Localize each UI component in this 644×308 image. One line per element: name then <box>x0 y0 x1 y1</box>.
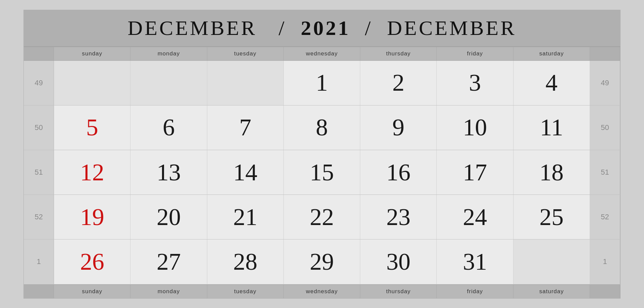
week-number-right-5: 1 <box>590 239 620 284</box>
title-sep-right: / <box>365 16 373 39</box>
header-week-spacer-left <box>24 47 54 60</box>
calendar-row-1: 49123449 <box>24 61 620 105</box>
day-cell-5-6[interactable]: 31 <box>437 239 513 284</box>
calendar-header: DECEMBER / 2021 / DECEMBER <box>24 10 620 47</box>
header-sunday: sunday <box>54 47 130 60</box>
header-week-spacer-right <box>590 47 620 60</box>
week-number-right-2: 50 <box>590 105 620 150</box>
week-number-left-2: 50 <box>24 105 54 150</box>
day-cell-1-6[interactable]: 3 <box>437 61 513 105</box>
footer-friday: friday <box>437 285 513 298</box>
day-cell-3-2[interactable]: 13 <box>130 150 207 194</box>
header-monday: monday <box>130 47 207 60</box>
day-cell-4-6[interactable]: 24 <box>437 195 513 239</box>
calendar-body: sunday monday tuesday wednesday thursday… <box>24 47 620 298</box>
footer-week-spacer-left <box>24 285 54 298</box>
day-cell-2-4[interactable]: 8 <box>284 105 360 150</box>
day-cell-2-1[interactable]: 5 <box>54 105 130 150</box>
day-cell-5-5[interactable]: 30 <box>360 239 437 284</box>
day-cell-4-1[interactable]: 19 <box>54 195 130 239</box>
header-wednesday: wednesday <box>284 47 360 60</box>
footer-tuesday: tuesday <box>207 285 284 298</box>
header-saturday: saturday <box>514 47 590 60</box>
day-cell-5-3[interactable]: 28 <box>207 239 284 284</box>
day-cell-4-7[interactable]: 25 <box>514 195 590 239</box>
day-cell-3-7[interactable]: 18 <box>514 150 590 194</box>
footer-sunday: sunday <box>54 285 130 298</box>
header-thursday: thursday <box>360 47 437 60</box>
day-cell-1-7[interactable]: 4 <box>514 61 590 105</box>
day-cell-4-2[interactable]: 20 <box>130 195 207 239</box>
footer-wednesday: wednesday <box>284 285 360 298</box>
day-cell-4-5[interactable]: 23 <box>360 195 437 239</box>
day-cell-5-4[interactable]: 29 <box>284 239 360 284</box>
day-cell-4-3[interactable]: 21 <box>207 195 284 239</box>
footer-monday: monday <box>130 285 207 298</box>
day-cell-3-5[interactable]: 16 <box>360 150 437 194</box>
day-cell-1-2[interactable] <box>130 61 207 105</box>
day-cell-1-3[interactable] <box>207 61 284 105</box>
title-month-left: DECEMBER <box>127 16 257 39</box>
day-cell-5-7[interactable] <box>514 239 590 284</box>
footer-week-spacer-right <box>590 285 620 298</box>
day-cell-5-1[interactable]: 26 <box>54 239 130 284</box>
calendar-row-4: 521920212223242552 <box>24 195 620 239</box>
day-cell-3-4[interactable]: 15 <box>284 150 360 194</box>
week-number-left-1: 49 <box>24 61 54 105</box>
day-cell-2-2[interactable]: 6 <box>130 105 207 150</box>
calendar-grid: 4912344950567891011505112131415161718515… <box>24 61 620 284</box>
week-number-right-4: 52 <box>590 195 620 239</box>
day-cell-2-6[interactable]: 10 <box>437 105 513 150</box>
header-tuesday: tuesday <box>207 47 284 60</box>
day-cell-2-3[interactable]: 7 <box>207 105 284 150</box>
days-footer: sunday monday tuesday wednesday thursday… <box>24 284 620 298</box>
calendar: DECEMBER / 2021 / DECEMBER sunday monday… <box>23 10 621 299</box>
week-number-right-1: 49 <box>590 61 620 105</box>
calendar-title: DECEMBER / 2021 / DECEMBER <box>127 16 516 40</box>
day-cell-2-7[interactable]: 11 <box>514 105 590 150</box>
day-cell-3-6[interactable]: 17 <box>437 150 513 194</box>
days-header: sunday monday tuesday wednesday thursday… <box>24 47 620 61</box>
calendar-row-3: 511213141516171851 <box>24 150 620 195</box>
day-cell-1-5[interactable]: 2 <box>360 61 437 105</box>
week-number-left-4: 52 <box>24 195 54 239</box>
title-month-right: DECEMBER <box>387 16 517 39</box>
day-cell-3-1[interactable]: 12 <box>54 150 130 194</box>
day-cell-2-5[interactable]: 9 <box>360 105 437 150</box>
week-number-left-5: 1 <box>24 239 54 284</box>
footer-thursday: thursday <box>360 285 437 298</box>
title-sep-left: / <box>279 16 286 39</box>
footer-saturday: saturday <box>514 285 590 298</box>
day-cell-1-1[interactable] <box>54 61 130 105</box>
title-year: 2021 <box>301 16 351 39</box>
day-cell-4-4[interactable]: 22 <box>284 195 360 239</box>
day-cell-5-2[interactable]: 27 <box>130 239 207 284</box>
week-number-right-3: 51 <box>590 150 620 194</box>
header-friday: friday <box>437 47 513 60</box>
calendar-row-2: 5056789101150 <box>24 105 620 150</box>
calendar-row-5: 12627282930311 <box>24 239 620 284</box>
week-number-left-3: 51 <box>24 150 54 194</box>
day-cell-3-3[interactable]: 14 <box>207 150 284 194</box>
day-cell-1-4[interactable]: 1 <box>284 61 360 105</box>
